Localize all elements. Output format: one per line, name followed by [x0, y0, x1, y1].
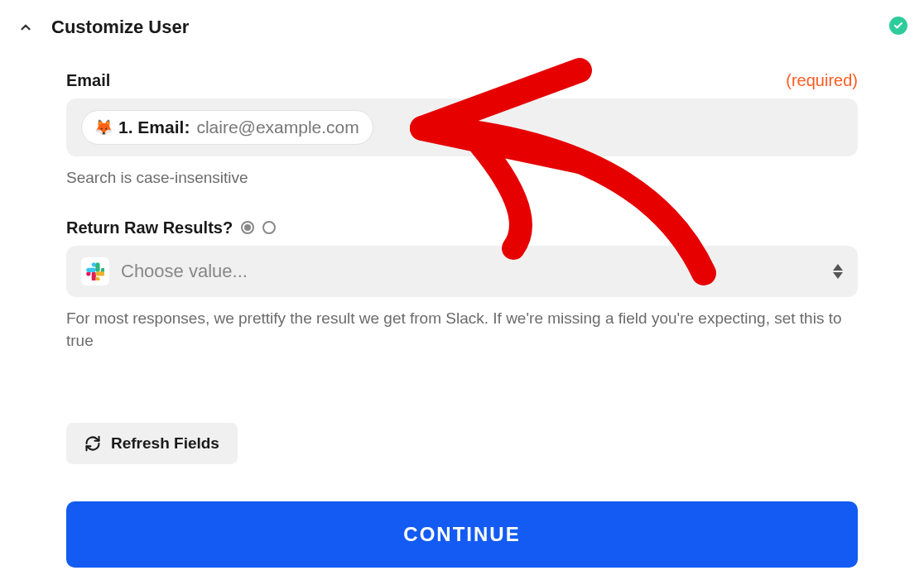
required-tag: (required): [786, 71, 858, 90]
continue-label: CONTINUE: [403, 523, 520, 545]
svg-marker-0: [833, 264, 843, 271]
select-placeholder: Choose value...: [121, 261, 248, 282]
raw-results-label: Return Raw Results?: [66, 218, 233, 237]
wpforms-source-icon: 🦊: [95, 119, 112, 136]
refresh-fields-button[interactable]: Refresh Fields: [66, 423, 238, 464]
radio-option-1[interactable]: [241, 221, 254, 234]
email-helper-text: Search is case-insensitive: [66, 166, 858, 189]
pill-prefix: 1. Email:: [118, 117, 190, 137]
svg-marker-1: [833, 272, 843, 279]
refresh-icon: [84, 435, 101, 452]
raw-helper-text: For most responses, we prettify the resu…: [66, 307, 858, 352]
status-check-icon: [889, 17, 907, 35]
email-field-group: Email (required) 🦊 1. Email: claire@exam…: [66, 71, 858, 189]
raw-results-field-group: Return Raw Results? Choose value...: [66, 218, 858, 352]
email-label: Email: [66, 71, 110, 90]
radio-option-2[interactable]: [262, 221, 276, 234]
refresh-label: Refresh Fields: [111, 434, 219, 453]
email-input[interactable]: 🦊 1. Email: claire@example.com: [66, 98, 858, 156]
email-value-pill[interactable]: 🦊 1. Email: claire@example.com: [81, 110, 373, 145]
section-title: Customize User: [51, 17, 189, 38]
collapse-chevron-icon[interactable]: [17, 18, 35, 36]
raw-results-select[interactable]: Choose value...: [66, 246, 858, 297]
slack-icon: [81, 257, 109, 285]
select-sorter-icon: [833, 264, 843, 279]
pill-value: claire@example.com: [196, 117, 359, 137]
continue-button[interactable]: CONTINUE: [66, 501, 858, 568]
